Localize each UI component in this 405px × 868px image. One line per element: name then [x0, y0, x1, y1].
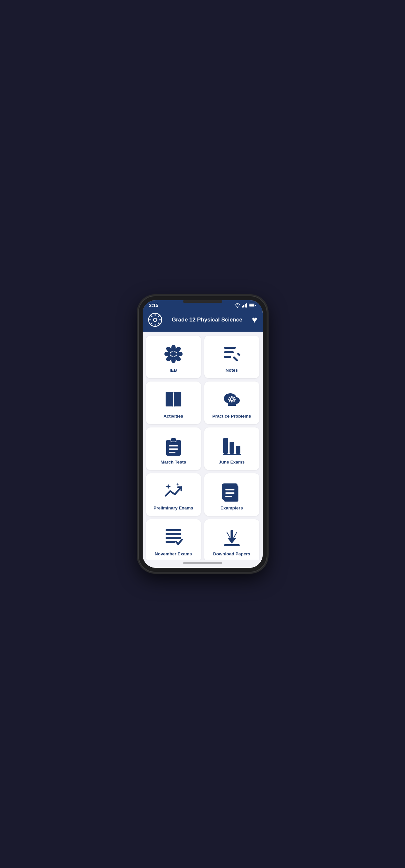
november-exams-label: November Exams	[155, 552, 192, 556]
sparkle-chart-icon	[163, 481, 184, 502]
svg-rect-3	[246, 304, 247, 308]
svg-rect-54	[225, 489, 235, 490]
grid-item-november-exams[interactable]: November Exams	[146, 519, 201, 560]
preliminary-exams-label: Preliminary Exams	[153, 505, 193, 510]
doc-list-icon	[221, 481, 242, 502]
grid-item-notes[interactable]: Notes	[204, 336, 259, 378]
wifi-icon	[235, 303, 240, 308]
app-header: Grade 12 Physical Science ♥	[143, 309, 263, 332]
svg-point-17	[171, 351, 176, 356]
practice-problems-label: Practice Problems	[213, 414, 251, 418]
svg-rect-42	[166, 440, 181, 456]
svg-rect-34	[231, 396, 232, 398]
content-area: IEB Notes	[143, 332, 263, 560]
svg-line-13	[150, 315, 152, 317]
app-logo-icon	[148, 313, 162, 327]
svg-rect-44	[169, 445, 178, 446]
clipboard-icon	[163, 435, 184, 456]
svg-rect-45	[169, 448, 178, 450]
svg-rect-59	[166, 537, 181, 539]
svg-marker-63	[227, 538, 237, 544]
svg-rect-60	[166, 541, 176, 543]
svg-point-33	[231, 398, 233, 400]
signal-icon	[242, 303, 247, 308]
svg-rect-29	[232, 356, 238, 362]
svg-rect-27	[224, 351, 234, 353]
flower-icon	[163, 343, 184, 365]
grid-item-june-exams[interactable]: June Exams	[204, 428, 259, 470]
svg-rect-53	[223, 484, 237, 500]
grid-item-examplers[interactable]: Examplers	[204, 473, 259, 516]
svg-rect-58	[166, 533, 181, 535]
svg-rect-6	[255, 305, 256, 306]
svg-rect-64	[224, 544, 240, 546]
phone-screen: 3:15	[143, 300, 263, 568]
svg-rect-0	[242, 306, 243, 308]
home-indicator	[183, 562, 222, 564]
status-icons	[235, 303, 256, 308]
notes-icon	[221, 343, 242, 365]
march-tests-label: March Tests	[161, 460, 186, 465]
grid-item-ieb[interactable]: IEB	[146, 336, 201, 378]
checklist-icon	[163, 527, 184, 548]
ieb-label: IEB	[169, 368, 177, 373]
svg-rect-55	[225, 492, 235, 494]
svg-rect-47	[223, 438, 228, 454]
examplers-label: Examplers	[220, 505, 243, 510]
svg-rect-49	[236, 446, 240, 454]
brain-gear-icon	[221, 390, 242, 410]
svg-rect-46	[169, 452, 176, 453]
favorite-button[interactable]: ♥	[252, 315, 257, 325]
battery-icon	[249, 304, 256, 307]
svg-rect-30	[237, 352, 240, 356]
svg-line-15	[158, 315, 160, 317]
svg-rect-36	[228, 399, 229, 400]
svg-rect-28	[224, 356, 231, 358]
svg-rect-35	[231, 401, 232, 403]
svg-point-8	[153, 318, 157, 321]
svg-rect-50	[223, 454, 241, 455]
june-exams-label: June Exams	[219, 460, 245, 465]
svg-rect-2	[245, 304, 246, 307]
grid-item-download-papers[interactable]: Download Papers	[204, 519, 259, 560]
notes-label: Notes	[226, 368, 238, 373]
grid-item-preliminary-exams[interactable]: Preliminary Exams	[146, 473, 201, 516]
phone-notch	[183, 300, 222, 303]
grid-item-activities[interactable]: Activities	[146, 381, 201, 424]
svg-line-16	[150, 323, 152, 325]
activities-label: Activities	[163, 414, 183, 418]
phone-frame: 3:15	[139, 296, 267, 572]
menu-grid: IEB Notes	[146, 336, 259, 560]
bottom-bar	[143, 560, 263, 568]
status-time: 3:15	[149, 303, 158, 308]
grid-item-march-tests[interactable]: March Tests	[146, 428, 201, 470]
svg-rect-57	[166, 529, 181, 531]
download-papers-label: Download Papers	[213, 552, 250, 556]
svg-line-14	[158, 323, 160, 325]
svg-rect-48	[229, 442, 234, 454]
header-title: Grade 12 Physical Science	[172, 316, 242, 323]
download-icon	[221, 527, 242, 548]
bar-chart-icon	[221, 435, 242, 456]
svg-rect-26	[224, 347, 236, 349]
grid-item-practice-problems[interactable]: Practice Problems	[204, 381, 259, 424]
book-icon	[163, 390, 184, 410]
svg-rect-43	[171, 438, 176, 442]
svg-rect-5	[249, 304, 254, 307]
svg-rect-1	[243, 305, 244, 307]
svg-rect-37	[234, 399, 236, 400]
svg-rect-56	[225, 496, 232, 497]
